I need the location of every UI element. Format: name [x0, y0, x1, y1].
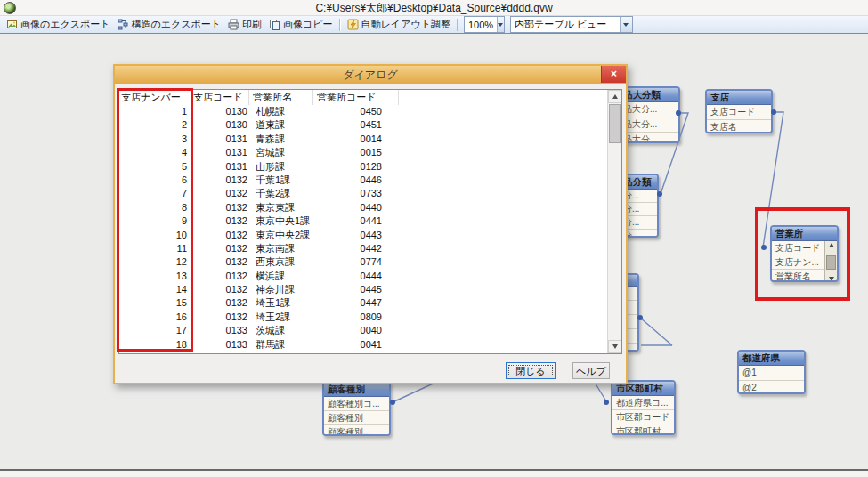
- table-cell: 西東京課: [249, 255, 313, 269]
- dialog-title: ダイアログ: [115, 68, 626, 83]
- close-button[interactable]: 閉じる: [506, 362, 556, 379]
- table-cell-filler: [399, 160, 621, 174]
- table-cell: 3: [119, 133, 191, 146]
- field-row: 顧客種別...: [324, 425, 389, 436]
- table-cell: 千葉2課: [249, 187, 313, 200]
- table-body: 10130札幌課045020130道東課045130131青森課00144013…: [119, 105, 621, 352]
- table-cell: 千葉1課: [249, 174, 313, 187]
- export-structure-label: 構造のエクスポート: [132, 18, 222, 31]
- model-box-shiten[interactable]: 支店 支店コード支店名: [705, 89, 773, 133]
- scroll-up-icon: [612, 94, 618, 99]
- table-cell-filler: [399, 146, 621, 159]
- table-cell: 群馬課: [249, 338, 313, 352]
- table-cell: 宮城課: [249, 146, 313, 159]
- help-button[interactable]: ヘルプ: [572, 362, 610, 379]
- highlight-rect-eigyosho: [755, 207, 850, 301]
- table-cell: 2: [119, 118, 191, 132]
- field-row: 市区郡町村: [612, 424, 674, 435]
- table-cell: 横浜課: [249, 270, 313, 283]
- table-cell: 0014: [313, 133, 399, 146]
- zoom-combobox[interactable]: 100%: [464, 16, 505, 33]
- model-box-title[interactable]: 顧客種別: [324, 383, 389, 397]
- table-cell: 0041: [313, 338, 399, 352]
- table-cell: 0133: [191, 338, 249, 352]
- field-row: 顧客種別コ...: [324, 397, 389, 411]
- export-image-label: 画像のエクスポート: [20, 18, 110, 31]
- window-titlebar: C:¥Users¥太郎¥Desktop¥Data_Source¥dddd.qvw: [0, 0, 868, 16]
- model-box-title[interactable]: 支店: [707, 91, 771, 105]
- model-box-shikugunchoson[interactable]: 市区郡町村 都道府県コ...市区郡コード市区郡町村: [611, 380, 676, 435]
- field-row: @1: [739, 366, 804, 381]
- table-cell: 13: [119, 270, 191, 283]
- table-cell-filler: [399, 242, 621, 255]
- copy-image-button[interactable]: 画像コピー: [265, 17, 337, 33]
- copy-image-label: 画像コピー: [283, 18, 333, 31]
- table-cell-filler: [399, 338, 621, 352]
- table-row: 10130札幌課0450: [119, 105, 621, 118]
- table-cell: 0131: [191, 133, 249, 146]
- zoom-value: 100%: [465, 20, 497, 30]
- field-row: [627, 344, 637, 352]
- export-image-button[interactable]: 画像のエクスポート: [3, 17, 114, 33]
- dialog-titlebar[interactable]: ダイアログ ×: [115, 66, 626, 84]
- chevron-down-icon: [623, 23, 629, 27]
- table-cell: 18: [119, 338, 191, 352]
- table-cell-filler: [399, 133, 621, 146]
- field-row: 支店コード: [707, 105, 771, 120]
- table-cell: 0132: [191, 174, 249, 187]
- field-row: 品大分...: [620, 133, 678, 143]
- table-cell: 山形課: [249, 160, 313, 174]
- print-button[interactable]: 印刷: [224, 17, 265, 33]
- table-cell: 茨城課: [249, 324, 313, 337]
- toolbar-separator: [457, 19, 458, 31]
- scroll-down-button[interactable]: [608, 340, 621, 353]
- model-box-todofuken[interactable]: 都道府県 @1@2: [737, 350, 806, 394]
- model-box-title[interactable]: 品大分類: [620, 88, 678, 102]
- field-row: [627, 329, 637, 344]
- table-header-row: 支店ナンバー 支店コード 営業所名 営業所コード: [119, 90, 621, 105]
- print-icon: [228, 19, 239, 30]
- view-combobox[interactable]: 内部テーブル ビュー: [510, 16, 633, 33]
- table-cell: 0442: [313, 242, 399, 255]
- table-cell: 東京中央2課: [249, 229, 313, 242]
- field-row: [627, 287, 637, 301]
- toolbar: 画像のエクスポート 構造のエクスポート 印刷 画像コピー 自動レイアウト調整 1…: [0, 16, 868, 34]
- table-cell: 0451: [313, 118, 399, 132]
- table-cell: 青森課: [249, 133, 313, 146]
- table-cell: 15: [119, 296, 191, 310]
- table-cell: 0132: [191, 242, 249, 255]
- export-image-icon: [6, 19, 18, 30]
- table-row: 50131山形課0128: [119, 160, 621, 174]
- table-row: 30131青森課0014: [119, 133, 621, 146]
- table-cell: 0444: [313, 270, 399, 283]
- table-cell-filler: [399, 296, 621, 310]
- model-box-kokyaku-shubetsu[interactable]: 顧客種別 顧客種別コ...顧客種別顧客種別...: [322, 381, 391, 436]
- zoom-dropdown-button[interactable]: [497, 17, 504, 32]
- close-icon[interactable]: ×: [601, 66, 626, 83]
- auto-layout-button[interactable]: 自動レイアウト調整: [344, 17, 454, 33]
- table-row: 160132埼玉2課0809: [119, 311, 621, 324]
- table-vertical-scrollbar[interactable]: [607, 90, 621, 353]
- table-cell: 5: [119, 160, 191, 174]
- model-box-title[interactable]: 都道府県: [739, 352, 804, 366]
- view-dropdown-button[interactable]: [620, 17, 632, 32]
- column-header-eigyosho-name[interactable]: 営業所名: [249, 90, 313, 105]
- column-header-eigyosho-code[interactable]: 営業所コード: [313, 90, 399, 105]
- table-cell: 0447: [313, 296, 399, 310]
- model-box-title[interactable]: [627, 275, 637, 287]
- table-cell: 0450: [313, 105, 399, 118]
- scroll-up-button[interactable]: [608, 90, 621, 103]
- table-cell: 0132: [191, 296, 249, 310]
- table-cell: 0133: [191, 324, 249, 337]
- table-cell-filler: [399, 105, 621, 118]
- table-cell: 6: [119, 174, 191, 187]
- column-header-shiten-code[interactable]: 支店コード: [191, 90, 249, 105]
- scroll-thumb[interactable]: [609, 104, 621, 143]
- table-cell-filler: [399, 283, 621, 296]
- export-structure-button[interactable]: 構造のエクスポート: [114, 17, 225, 33]
- table-cell: 埼玉1課: [249, 296, 313, 310]
- table-cell: 0733: [313, 187, 399, 200]
- toolbar-separator: [339, 19, 341, 31]
- column-header-shiten-number[interactable]: 支店ナンバー: [119, 90, 191, 105]
- table-row: 130132横浜課0444: [119, 270, 621, 283]
